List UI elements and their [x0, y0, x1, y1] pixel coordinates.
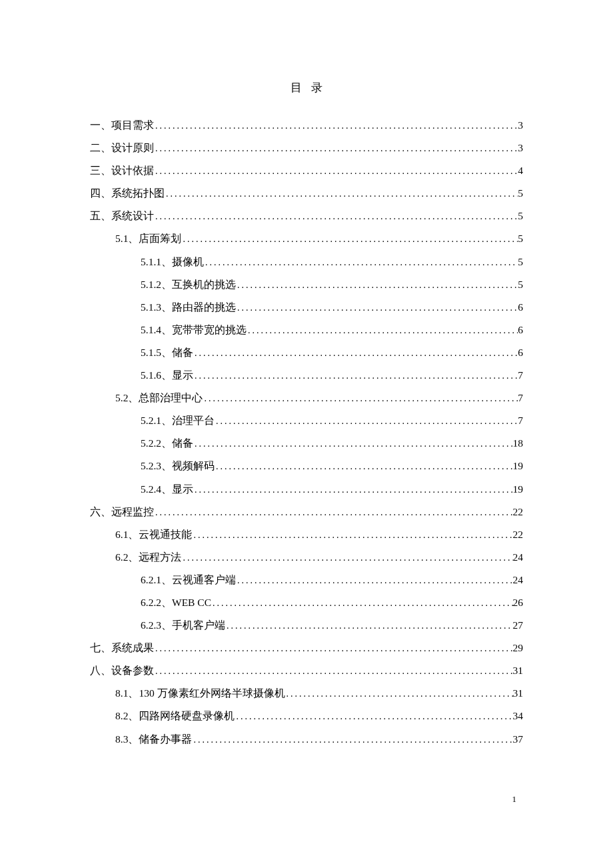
toc-dots: [215, 457, 513, 477]
toc-dots: [235, 707, 512, 727]
toc-page-number: 5: [518, 273, 523, 296]
toc-label: 5.1.4、宽带带宽的挑选: [141, 319, 247, 341]
toc-entry: 8.2、四路网络硬盘录像机34: [90, 705, 523, 727]
toc-label: 6.2.3、手机客户端: [141, 614, 225, 637]
toc-dots: [154, 116, 518, 137]
toc-entry: 5.2.4、显示19: [90, 478, 523, 501]
toc-entry: 5.2、总部治理中心7: [90, 387, 523, 409]
toc-label: 5.1.3、路由器的挑选: [141, 296, 236, 319]
toc-dots: [154, 639, 513, 659]
toc-entry: 5.1、店面筹划5: [90, 227, 523, 250]
toc-dots: [154, 661, 513, 682]
toc-entry: 一、项目需求3: [90, 114, 523, 137]
toc-label: 8.3、储备办事器: [115, 728, 192, 751]
toc-entry: 八、设备参数31: [90, 659, 523, 682]
toc-page-number: 29: [513, 637, 524, 659]
toc-label: 6.1、云视通技能: [115, 523, 192, 546]
toc-page-number: 18: [513, 432, 524, 455]
toc-entry: 5.1.5、储备6: [90, 341, 523, 364]
toc-label: 一、项目需求: [90, 114, 154, 137]
toc-dots: [165, 184, 518, 205]
toc-entry: 二、设计原则3: [90, 137, 523, 159]
toc-dots: [193, 480, 513, 501]
toc-dots: [236, 298, 518, 319]
toc-label: 八、设备参数: [90, 659, 154, 682]
toc-entry: 5.2.2、储备18: [90, 432, 523, 455]
toc-dots: [154, 503, 513, 523]
toc-page-number: 24: [513, 546, 524, 569]
toc-dots: [236, 571, 513, 591]
page-number: 1: [512, 794, 517, 805]
toc-page-number: 5: [518, 205, 523, 227]
toc-dots: [192, 730, 512, 751]
toc-label: 六、远程监控: [90, 501, 154, 523]
toc-page-number: 7: [518, 364, 523, 387]
toc-entry: 6.1、云视通技能22: [90, 523, 523, 546]
toc-entry: 六、远程监控22: [90, 501, 523, 523]
toc-page-number: 24: [513, 569, 524, 591]
toc-dots: [154, 161, 518, 182]
toc-dots: [193, 366, 518, 387]
toc-label: 5.1、店面筹划: [115, 227, 181, 250]
toc-label: 5.2.4、显示: [141, 478, 193, 501]
toc-dots: [193, 343, 518, 364]
toc-entry: 5.2.3、视频解码19: [90, 455, 523, 477]
toc-page-number: 7: [518, 409, 523, 432]
toc-entry: 8.1、130 万像素红外网络半球摄像机 31: [90, 682, 523, 705]
toc-page-number: 6: [518, 341, 523, 364]
toc-page-number: 3: [518, 114, 523, 137]
toc-label: 5.2.3、视频解码: [141, 455, 215, 477]
toc-page-number: 31: [513, 682, 524, 705]
toc-container: 一、项目需求3二、设计原则3三、设计依据4四、系统拓扑图5五、系统设计55.1、…: [90, 114, 523, 751]
toc-page-number: 5: [518, 227, 523, 250]
toc-page-number: 34: [513, 705, 524, 727]
toc-entry: 三、设计依据4: [90, 159, 523, 182]
toc-entry: 5.1.1、摄像机5: [90, 251, 523, 273]
toc-label: 6.2、远程方法: [115, 546, 181, 569]
toc-label: 5.2、总部治理中心: [115, 387, 203, 409]
toc-label: 5.1.5、储备: [141, 341, 193, 364]
toc-entry: 5.1.2、互换机的挑选5: [90, 273, 523, 296]
toc-dots: [285, 684, 513, 705]
toc-page-number: 22: [513, 501, 524, 523]
toc-page-number: 6: [518, 296, 523, 319]
toc-label: 四、系统拓扑图: [90, 182, 165, 205]
toc-page-number: 5: [518, 251, 523, 273]
toc-title: 目录: [90, 80, 523, 95]
toc-entry: 5.1.3、路由器的挑选6: [90, 296, 523, 319]
toc-entry: 5.2.1、治理平台7: [90, 409, 523, 432]
toc-dots: [236, 275, 518, 296]
toc-dots: [215, 411, 518, 432]
toc-entry: 四、系统拓扑图5: [90, 182, 523, 205]
toc-page-number: 19: [513, 455, 524, 477]
toc-entry: 6.2.1、云视通客户端24: [90, 569, 523, 591]
toc-label: 6.2.1、云视通客户端: [141, 569, 236, 591]
toc-entry: 七、系统成果29: [90, 637, 523, 659]
toc-dots: [203, 389, 518, 409]
toc-label: 五、系统设计: [90, 205, 154, 227]
toc-label: 5.1.2、互换机的挑选: [141, 273, 236, 296]
toc-dots: [192, 525, 512, 546]
toc-label: 二、设计原则: [90, 137, 154, 159]
toc-page-number: 3: [518, 137, 523, 159]
toc-entry: 6.2、远程方法24: [90, 546, 523, 569]
toc-page-number: 22: [513, 523, 524, 546]
toc-entry: 5.1.6、显示7: [90, 364, 523, 387]
toc-page-number: 4: [518, 159, 523, 182]
toc-page-number: 27: [513, 614, 524, 637]
toc-dots: [225, 616, 513, 637]
toc-label: 三、设计依据: [90, 159, 154, 182]
toc-dots: [211, 593, 513, 614]
toc-label: 七、系统成果: [90, 637, 154, 659]
toc-page-number: 5: [518, 182, 523, 205]
toc-label: 5.1.6、显示: [141, 364, 193, 387]
toc-page-number: 26: [513, 591, 524, 614]
toc-dots: [181, 548, 512, 569]
toc-label: 5.2.2、储备: [141, 432, 193, 455]
toc-page-number: 37: [513, 728, 524, 751]
document-page: 目录 一、项目需求3二、设计原则3三、设计依据4四、系统拓扑图5五、系统设计55…: [0, 0, 613, 751]
toc-entry: 5.1.4、宽带带宽的挑选6: [90, 319, 523, 341]
toc-label: 8.1、130 万像素红外网络半球摄像机: [115, 682, 285, 705]
toc-entry: 6.2.2、WEB CC26: [90, 591, 523, 614]
toc-page-number: 31: [513, 659, 524, 682]
